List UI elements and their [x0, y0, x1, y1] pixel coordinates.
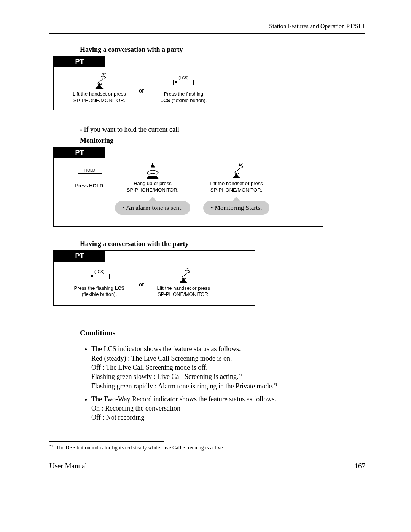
handset-lift-icon: [69, 73, 130, 89]
section3-title: Having a conversation with the party: [80, 240, 365, 248]
condition-item: The LCS indicator shows the feature stat…: [91, 344, 365, 390]
page-header: Station Features and Operation PT/SLT: [49, 23, 365, 30]
pt-badge: PT: [54, 147, 105, 158]
hold-note: - If you want to hold the current call: [80, 126, 365, 134]
conditions-heading: Conditions: [80, 329, 365, 337]
page-footer: User Manual 167: [49, 462, 365, 470]
handset-lift-icon: [153, 268, 214, 283]
footnote: *1The DSS button indicator lights red st…: [49, 444, 365, 451]
section1-step2-caption: Press the flashing LCS (flexible button)…: [153, 91, 214, 104]
pt-badge: PT: [54, 251, 105, 262]
section3-box: PT (LCS) Press the flashing LCS (flexibl…: [53, 250, 255, 306]
lift-caption: Lift the handset or press SP-PHONE/MONIT…: [204, 181, 269, 193]
conditions-list: The LCS indicator shows the feature stat…: [84, 344, 365, 422]
footer-left: User Manual: [49, 462, 87, 470]
or-text: or: [139, 83, 144, 94]
section2-title: Monitoring: [80, 137, 365, 145]
header-rule: [49, 33, 365, 34]
section3-step1-caption: Press the flashing LCS (flexible button)…: [69, 285, 130, 298]
or-text: or: [139, 277, 144, 288]
section1-title: Having a conversation with a party: [80, 46, 365, 54]
hangup-caption: Hang up or press SP-PHONE/MONITOR.: [122, 181, 183, 193]
hangup-icon: [115, 163, 191, 178]
hold-button-icon: HOLD: [65, 163, 115, 181]
lcs-button-icon: (LCS): [153, 73, 214, 89]
footnote-rule: [49, 441, 164, 442]
section1-step1-caption: Lift the handset or press SP-PHONE/MONIT…: [69, 91, 130, 104]
condition-item: The Two-Way Record indicator shows the f…: [91, 395, 365, 422]
lcs-button-icon: (LCS): [69, 268, 130, 283]
section3-step2-caption: Lift the handset or press SP-PHONE/MONIT…: [153, 285, 214, 298]
hold-caption: Press HOLD.: [67, 183, 113, 189]
pt-badge: PT: [54, 56, 105, 67]
section2-box: PT HOLD Press HOLD.: [53, 147, 323, 227]
page-number: 167: [355, 462, 366, 470]
handset-lift-icon: [198, 163, 274, 178]
alarm-tone-bubble: • An alarm tone is sent.: [115, 201, 190, 215]
section1-box: PT Lift the handset or press SP-PHONE/MO…: [53, 56, 255, 110]
monitoring-starts-bubble: • Monitoring Starts.: [203, 201, 270, 215]
